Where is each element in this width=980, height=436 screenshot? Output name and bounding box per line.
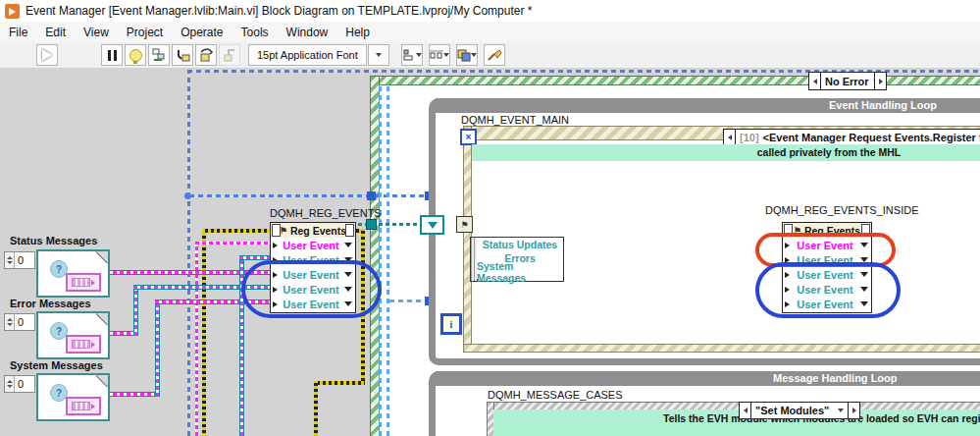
labview-app-icon xyxy=(5,4,20,19)
dequeue-message-icon xyxy=(420,215,444,235)
step-out-icon xyxy=(223,48,237,62)
run-arrow-icon xyxy=(42,49,52,61)
string-element-icon xyxy=(66,273,101,292)
run-button[interactable] xyxy=(36,44,58,66)
menu-tools[interactable]: Tools xyxy=(232,22,278,42)
chevron-down-icon xyxy=(376,53,382,57)
error-case-selector[interactable]: No Error xyxy=(808,72,887,90)
notifier-wire xyxy=(314,381,365,385)
queue-wire xyxy=(387,84,389,436)
spinner-arrows-icon[interactable] xyxy=(5,314,15,330)
user-event-row[interactable]: User Event xyxy=(271,238,355,253)
previous-case-button[interactable] xyxy=(809,73,821,89)
retain-wire-values-button[interactable] xyxy=(148,44,170,66)
chevron-down-icon xyxy=(471,53,477,57)
reg-events-inside-label: DQMH_REG_EVENTS_INSIDE xyxy=(765,204,918,216)
system-messages-label: System Messages xyxy=(10,359,103,371)
user-event-wire xyxy=(195,242,271,245)
step-into-icon xyxy=(176,48,190,62)
font-ring-label: 15pt Application Font xyxy=(257,49,358,61)
array-corner-fold xyxy=(96,313,108,325)
status-messages-terminal[interactable]: ? xyxy=(36,249,110,298)
error-messages-index[interactable]: 0 xyxy=(4,313,35,331)
align-objects-icon xyxy=(402,49,416,62)
block-diagram-canvas[interactable]: Event Handling Loop DQMH_EVENT_MAIN × [1… xyxy=(0,68,980,436)
queue-wire xyxy=(379,84,382,436)
reg-events-label: DQMH_REG_EVENTS xyxy=(270,207,382,219)
arrow-right-icon xyxy=(879,79,883,84)
system-messages-index[interactable]: 0 xyxy=(4,375,35,393)
reorder-objects-icon xyxy=(457,49,471,62)
menu-help[interactable]: Help xyxy=(336,22,379,42)
event-field-system-messages[interactable]: System Messages xyxy=(477,265,563,279)
event-structure-label: DQMH_EVENT_MAIN xyxy=(461,114,569,126)
message-case-top-border xyxy=(488,403,980,409)
flag-icon: ⚑ xyxy=(280,226,287,236)
highlight-execution-button[interactable] xyxy=(125,44,146,66)
spinner-arrows-icon[interactable] xyxy=(5,376,15,392)
reg-events-header: ⚑ Reg Events xyxy=(271,223,355,239)
menu-operate[interactable]: Operate xyxy=(172,22,232,42)
clean-up-diagram-button[interactable] xyxy=(484,44,505,66)
next-case-button[interactable] xyxy=(874,73,886,89)
outer-case-left-border xyxy=(371,77,379,436)
message-cases-label: DQMH_MESSAGE_CASES xyxy=(488,389,623,401)
message-handling-loop-title-bar xyxy=(436,371,980,386)
chevron-down-icon xyxy=(838,409,844,412)
event-registration-icon: ⚑ xyxy=(456,216,473,233)
event-case-name: <Event Manager Request Events.Register f… xyxy=(763,132,980,143)
reorder-objects-button[interactable] xyxy=(456,44,478,66)
spinner-arrows-icon[interactable] xyxy=(5,252,15,268)
tunnel xyxy=(367,191,376,200)
string-element-icon xyxy=(66,335,101,354)
step-out-button xyxy=(219,44,240,66)
string-element-icon xyxy=(66,397,101,415)
flag-icon: ⚑ xyxy=(460,220,468,230)
toolbar: 15pt Application Font xyxy=(0,42,980,70)
menu-file[interactable]: File xyxy=(0,22,36,42)
event-case-banner-text: called privately from the MHL xyxy=(667,146,980,158)
outer-case-top-border xyxy=(371,77,980,84)
error-messages-terminal[interactable]: ? xyxy=(36,311,110,359)
title-bar: Event Manager [Event Manager.lvlib:Main.… xyxy=(0,0,980,22)
menu-edit[interactable]: Edit xyxy=(36,22,75,42)
notifier-wire xyxy=(202,229,271,233)
arrow-right-icon xyxy=(852,408,856,413)
queue-wire xyxy=(187,70,190,436)
step-over-button[interactable] xyxy=(195,44,217,66)
previous-case-button[interactable] xyxy=(724,130,736,145)
notifier-wire xyxy=(314,381,318,436)
menu-project[interactable]: Project xyxy=(118,22,172,42)
event-timeout-terminal: × xyxy=(460,129,477,145)
menu-window[interactable]: Window xyxy=(278,22,337,42)
dropdown-arrow-icon xyxy=(344,243,352,247)
distribute-objects-button[interactable] xyxy=(429,44,450,66)
tunnel xyxy=(366,219,377,230)
event-field-status-updates[interactable]: Status Updates xyxy=(477,238,563,252)
array-corner-fold xyxy=(96,375,108,387)
blue-annotation-ellipse xyxy=(241,260,382,318)
status-messages-index[interactable]: 0 xyxy=(4,251,35,269)
menu-view[interactable]: View xyxy=(75,22,118,42)
menu-bar: File Edit View Project Operate Tools Win… xyxy=(0,22,980,43)
message-handling-loop-title: Message Handling Loop xyxy=(773,372,898,384)
wire-junction-dot xyxy=(184,192,191,199)
pause-button[interactable] xyxy=(101,44,123,66)
distribute-objects-icon xyxy=(430,49,443,62)
next-case-button[interactable] xyxy=(848,403,859,418)
previous-case-button[interactable] xyxy=(740,403,751,418)
message-case-name: "Set Modules" xyxy=(755,405,829,416)
message-case-selector[interactable]: "Set Modules" xyxy=(739,402,860,419)
system-messages-terminal[interactable]: ? xyxy=(36,373,110,421)
font-ring-selector[interactable]: 15pt Application Font xyxy=(248,44,367,66)
font-ring-dropdown-button[interactable] xyxy=(368,44,389,66)
step-into-button[interactable] xyxy=(172,44,193,66)
chevron-down-icon xyxy=(416,53,422,57)
iteration-i-icon: i xyxy=(450,319,453,330)
arrow-left-icon xyxy=(728,135,732,140)
align-objects-button[interactable] xyxy=(401,44,423,66)
clean-up-diagram-icon xyxy=(487,48,502,62)
user-event-pair-wire xyxy=(133,285,138,336)
event-handling-loop-title: Event Handling Loop xyxy=(829,99,937,111)
error-case-name: No Error xyxy=(825,76,869,87)
